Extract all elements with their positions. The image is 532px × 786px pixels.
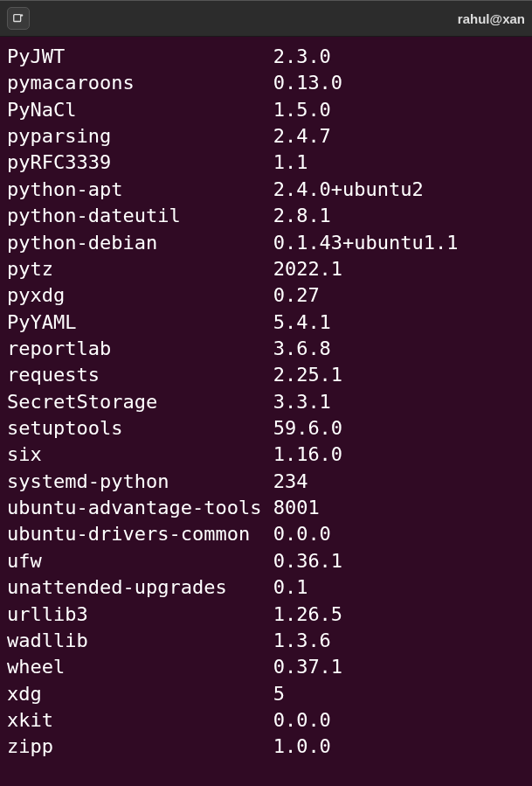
package-name: PyNaCl	[7, 97, 273, 123]
package-name: wadllib	[7, 628, 273, 654]
package-version: 3.6.8	[273, 336, 331, 362]
package-name: setuptools	[7, 415, 273, 442]
package-name: ubuntu-drivers-common	[7, 521, 273, 547]
package-name: pyxdg	[7, 282, 273, 309]
package-name: reportlab	[7, 336, 273, 362]
package-row: SecretStorage 3.3.1	[7, 389, 525, 415]
package-row: xkit 0.0.0	[7, 707, 525, 734]
package-version: 2022.1	[273, 256, 342, 282]
package-version: 0.0.0	[273, 521, 331, 547]
package-name: ubuntu-advantage-tools	[7, 495, 273, 521]
package-name: PyYAML	[7, 310, 273, 336]
package-version: 1.3.6	[273, 628, 331, 654]
package-version: 1.26.5	[273, 602, 342, 628]
package-row: pyxdg 0.27	[7, 282, 525, 309]
package-version: 1.1	[273, 150, 308, 176]
package-version: 2.25.1	[273, 362, 342, 388]
package-name: pyparsing	[7, 123, 273, 150]
new-tab-button[interactable]	[7, 7, 30, 30]
package-version: 0.0.0	[273, 707, 331, 734]
package-name: systemd-python	[7, 469, 273, 495]
package-row: pyRFC3339 1.1	[7, 150, 525, 176]
package-row: unattended-upgrades 0.1	[7, 574, 525, 601]
package-version: 2.3.0	[273, 44, 331, 70]
package-name: pymacaroons	[7, 70, 273, 96]
package-row: pymacaroons 0.13.0	[7, 70, 525, 96]
package-name: urllib3	[7, 602, 273, 628]
package-version: 0.27	[273, 282, 320, 309]
package-version: 5	[273, 681, 285, 707]
package-row: wheel 0.37.1	[7, 654, 525, 680]
package-version: 2.4.0+ubuntu2	[273, 177, 424, 203]
package-version: 8001	[273, 495, 320, 521]
package-version: 1.5.0	[273, 97, 331, 123]
package-row: reportlab 3.6.8	[7, 336, 525, 362]
package-name: wheel	[7, 654, 273, 680]
package-row: python-dateutil 2.8.1	[7, 203, 525, 229]
terminal-output[interactable]: PyJWT 2.3.0pymacaroons 0.13.0PyNaCl 1.5.…	[0, 37, 532, 761]
package-version: 0.1.43+ubuntu1.1	[273, 230, 459, 256]
package-row: python-apt 2.4.0+ubuntu2	[7, 177, 525, 203]
package-name: SecretStorage	[7, 389, 273, 415]
package-row: six 1.16.0	[7, 442, 525, 468]
package-row: urllib3 1.26.5	[7, 602, 525, 628]
package-name: python-dateutil	[7, 203, 273, 229]
package-name: pyRFC3339	[7, 150, 273, 176]
package-row: ubuntu-advantage-tools 8001	[7, 495, 525, 521]
package-name: xkit	[7, 707, 273, 734]
package-name: ufw	[7, 548, 273, 574]
package-version: 1.0.0	[273, 734, 331, 760]
package-version: 0.36.1	[273, 548, 342, 574]
package-name: unattended-upgrades	[7, 574, 273, 601]
new-tab-icon	[12, 12, 24, 24]
package-version: 2.4.7	[273, 123, 331, 150]
svg-rect-0	[14, 15, 21, 22]
package-name: xdg	[7, 681, 273, 707]
package-row: zipp 1.0.0	[7, 734, 525, 760]
titlebar: rahul@xan	[0, 0, 532, 37]
package-row: wadllib 1.3.6	[7, 628, 525, 654]
package-row: PyNaCl 1.5.0	[7, 97, 525, 123]
package-row: systemd-python 234	[7, 469, 525, 495]
package-row: pytz 2022.1	[7, 256, 525, 282]
package-version: 3.3.1	[273, 389, 331, 415]
package-version: 0.13.0	[273, 70, 342, 96]
package-version: 2.8.1	[273, 203, 331, 229]
package-version: 5.4.1	[273, 310, 331, 336]
package-name: python-apt	[7, 177, 273, 203]
package-version: 1.16.0	[273, 442, 342, 468]
package-name: pytz	[7, 256, 273, 282]
package-row: python-debian 0.1.43+ubuntu1.1	[7, 230, 525, 256]
package-row: setuptools 59.6.0	[7, 415, 525, 442]
package-row: PyYAML 5.4.1	[7, 310, 525, 336]
package-version: 0.37.1	[273, 654, 342, 680]
package-name: python-debian	[7, 230, 273, 256]
package-name: six	[7, 442, 273, 468]
window-title: rahul@xan	[458, 11, 525, 26]
package-row: requests 2.25.1	[7, 362, 525, 388]
package-row: xdg 5	[7, 681, 525, 707]
package-row: ufw 0.36.1	[7, 548, 525, 574]
package-row: ubuntu-drivers-common 0.0.0	[7, 521, 525, 547]
package-row: PyJWT 2.3.0	[7, 44, 525, 70]
package-version: 59.6.0	[273, 415, 342, 442]
package-version: 234	[273, 469, 308, 495]
package-name: requests	[7, 362, 273, 388]
package-version: 0.1	[273, 574, 308, 601]
package-row: pyparsing 2.4.7	[7, 123, 525, 150]
package-name: zipp	[7, 734, 273, 760]
package-name: PyJWT	[7, 44, 273, 70]
